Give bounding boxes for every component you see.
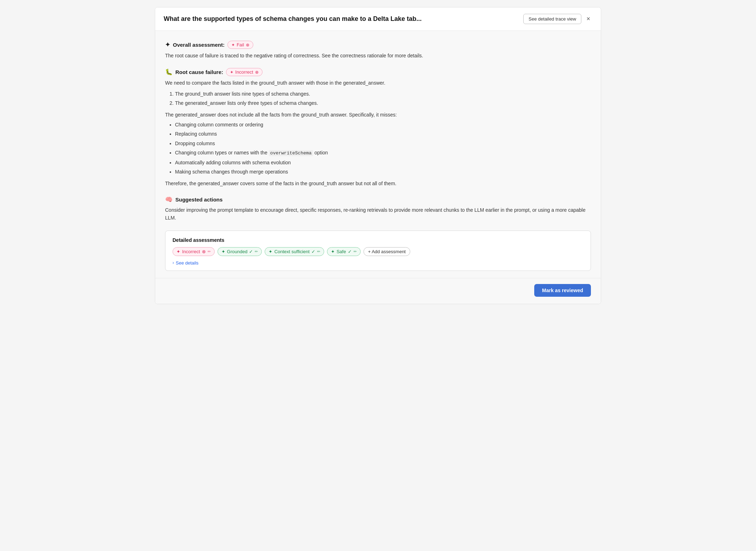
main-panel: What are the supported types of schema c… bbox=[155, 7, 601, 304]
incorrect-tag-sparkle-icon: ✦ bbox=[176, 249, 180, 254]
header-actions: See detailed trace view × bbox=[523, 14, 592, 24]
suggested-actions-icon: 🧠 bbox=[165, 196, 173, 203]
suggested-actions-heading: 🧠 Suggested actions bbox=[165, 196, 591, 203]
list-item: Changing column types or names with the … bbox=[175, 149, 591, 157]
root-cause-label: Root cause failure: bbox=[175, 69, 223, 75]
list-item: Making schema changes through merge oper… bbox=[175, 168, 591, 176]
grounded-tag-sparkle-icon: ✦ bbox=[221, 249, 225, 254]
incorrect-assessment-tag[interactable]: ✦ Incorrect ⊗ ✏ bbox=[173, 247, 215, 256]
chevron-right-icon: › bbox=[173, 260, 174, 265]
grounded-tag-edit-icon[interactable]: ✏ bbox=[255, 249, 258, 254]
fail-badge-x-icon: ⊗ bbox=[246, 42, 249, 47]
see-details-link[interactable]: › See details bbox=[173, 260, 583, 266]
context-tag-check-icon: ✓ bbox=[311, 249, 315, 254]
detailed-assessments-box: Detailed assessments ✦ Incorrect ⊗ ✏ ✦ G… bbox=[165, 231, 591, 271]
overall-assessment-icon: ✦ bbox=[165, 41, 170, 49]
overall-assessment-description: The root cause of failure is traced to t… bbox=[165, 52, 591, 59]
mark-as-reviewed-button[interactable]: Mark as reviewed bbox=[534, 284, 591, 297]
main-content: ✦ Overall assessment: ✦ Fail ⊗ The root … bbox=[155, 31, 601, 278]
incorrect-tag-x-icon: ⊗ bbox=[202, 249, 206, 254]
context-tag-edit-icon[interactable]: ✏ bbox=[317, 249, 320, 254]
list-item: Automatically adding columns with schema… bbox=[175, 159, 591, 166]
root-cause-middle-text: The generated_answer does not include al… bbox=[165, 111, 591, 119]
incorrect-badge-x-icon: ⊗ bbox=[255, 70, 259, 75]
list-item: Dropping columns bbox=[175, 140, 591, 147]
root-cause-section: 🐛 Root cause failure: ✦ Incorrect ⊗ We n… bbox=[165, 68, 591, 187]
panel-title: What are the supported types of schema c… bbox=[164, 15, 516, 23]
incorrect-badge-sparkle-icon: ✦ bbox=[230, 70, 233, 75]
context-sufficient-assessment-tag[interactable]: ✦ Context sufficient ✓ ✏ bbox=[265, 247, 324, 256]
root-cause-intro: We need to compare the facts listed in t… bbox=[165, 79, 591, 87]
context-tag-label: Context sufficient bbox=[274, 249, 309, 254]
assessments-tags: ✦ Incorrect ⊗ ✏ ✦ Grounded ✓ ✏ ✦ Context… bbox=[173, 247, 583, 256]
suggested-actions-section: 🧠 Suggested actions Consider improving t… bbox=[165, 196, 591, 222]
close-button[interactable]: × bbox=[584, 14, 592, 24]
add-assessment-button[interactable]: + Add assessment bbox=[363, 247, 411, 256]
trace-view-button[interactable]: See detailed trace view bbox=[523, 14, 581, 24]
incorrect-badge: ✦ Incorrect ⊗ bbox=[226, 68, 263, 76]
list-item: The generated_answer lists only three ty… bbox=[175, 99, 591, 107]
list-item: Changing column comments or ordering bbox=[175, 121, 591, 129]
grounded-tag-label: Grounded bbox=[227, 249, 248, 254]
overall-assessment-section: ✦ Overall assessment: ✦ Fail ⊗ The root … bbox=[165, 41, 591, 59]
overall-assessment-label: Overall assessment: bbox=[173, 42, 225, 48]
detailed-assessments-title: Detailed assessments bbox=[173, 237, 583, 243]
fail-badge-label: Fail bbox=[237, 42, 244, 47]
incorrect-tag-edit-icon[interactable]: ✏ bbox=[208, 249, 211, 254]
list-item: Replacing columns bbox=[175, 130, 591, 138]
root-cause-heading: 🐛 Root cause failure: ✦ Incorrect ⊗ bbox=[165, 68, 591, 76]
safe-tag-check-icon: ✓ bbox=[348, 249, 352, 254]
root-cause-conclusion: Therefore, the generated_answer covers s… bbox=[165, 180, 591, 187]
incorrect-tag-label: Incorrect bbox=[182, 249, 200, 254]
root-cause-list: The ground_truth answer lists nine types… bbox=[175, 90, 591, 107]
suggested-actions-description: Consider improving the prompt template t… bbox=[165, 206, 591, 222]
fail-badge: ✦ Fail ⊗ bbox=[227, 41, 253, 49]
grounded-tag-check-icon: ✓ bbox=[249, 249, 253, 254]
safe-assessment-tag[interactable]: ✦ Safe ✓ ✏ bbox=[327, 247, 361, 256]
root-cause-icon: 🐛 bbox=[165, 68, 173, 76]
see-details-label: See details bbox=[176, 260, 198, 266]
panel-footer: Mark as reviewed bbox=[155, 278, 601, 304]
context-tag-sparkle-icon: ✦ bbox=[269, 249, 272, 254]
overall-assessment-heading: ✦ Overall assessment: ✦ Fail ⊗ bbox=[165, 41, 591, 49]
incorrect-badge-label: Incorrect bbox=[235, 69, 253, 75]
fail-badge-sparkle-icon: ✦ bbox=[231, 42, 235, 47]
safe-tag-sparkle-icon: ✦ bbox=[331, 249, 335, 254]
root-cause-body: We need to compare the facts listed in t… bbox=[165, 79, 591, 187]
list-item: The ground_truth answer lists nine types… bbox=[175, 90, 591, 98]
safe-tag-label: Safe bbox=[337, 249, 346, 254]
missed-items-list: Changing column comments or ordering Rep… bbox=[175, 121, 591, 176]
grounded-assessment-tag[interactable]: ✦ Grounded ✓ ✏ bbox=[218, 247, 262, 256]
safe-tag-edit-icon[interactable]: ✏ bbox=[354, 249, 357, 254]
suggested-actions-label: Suggested actions bbox=[175, 197, 222, 203]
panel-header: What are the supported types of schema c… bbox=[155, 7, 601, 31]
